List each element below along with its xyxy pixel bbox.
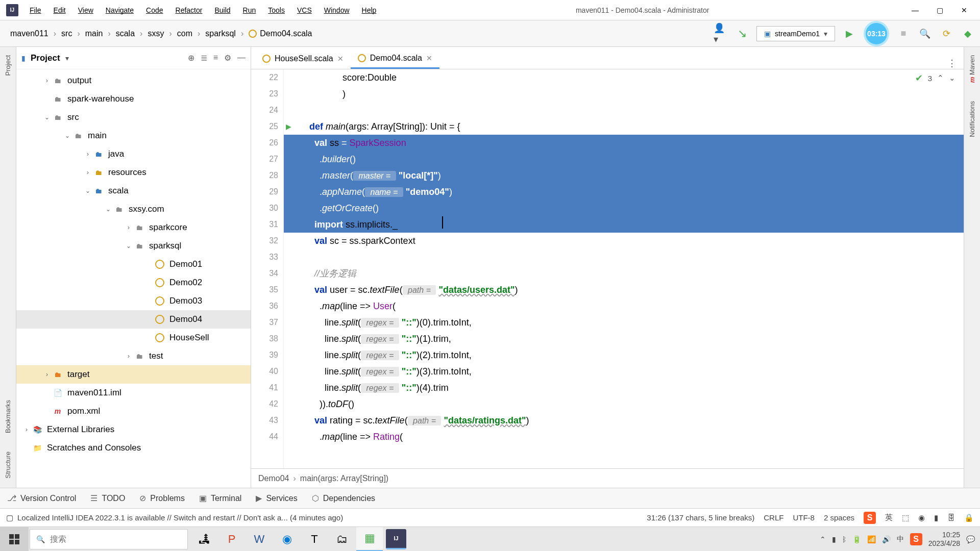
ime-lang[interactable]: 英 xyxy=(885,513,893,522)
version-control-button[interactable]: ⎇Version Control xyxy=(7,493,76,503)
minimize-button[interactable]: — xyxy=(903,2,927,18)
tree-item-external-libraries[interactable]: ›📚External Libraries xyxy=(16,420,251,439)
gutter-line[interactable]: 40 xyxy=(251,363,278,380)
todo-button[interactable]: ☰TODO xyxy=(90,493,125,503)
gutter-line[interactable]: 29 xyxy=(251,184,278,200)
breadcrumb-item[interactable]: sparksql xyxy=(200,27,241,40)
menu-refactor[interactable]: Refactor xyxy=(170,4,208,16)
gutter-line[interactable]: 38 xyxy=(251,331,278,347)
code-line[interactable]: .getOrCreate() xyxy=(284,200,964,216)
breadcrumb-item[interactable]: maven011 xyxy=(5,27,54,40)
tray-sogou-icon[interactable]: S xyxy=(910,533,922,545)
menu-tools[interactable]: Tools xyxy=(263,4,290,16)
tree-item-spark-warehouse[interactable]: 🖿spark-warehouse xyxy=(16,90,251,108)
tree-item-scratches[interactable]: 📁Scratches and Consoles xyxy=(16,439,251,457)
tree-item-sparksql[interactable]: ⌄🖿sparksql xyxy=(16,237,251,255)
code-line[interactable]: val ss = SparkSession xyxy=(284,135,964,151)
code-line[interactable]: ) xyxy=(284,86,964,102)
crumb-item[interactable]: Demo04 xyxy=(258,474,289,483)
run-config-selector[interactable]: ▣ streamDemo1 xyxy=(756,26,835,41)
tree-item-src[interactable]: ⌄🖿src xyxy=(16,108,251,127)
tree-item-housesell[interactable]: HouseSell xyxy=(16,329,251,347)
maven-tool-button[interactable]: m Maven xyxy=(967,51,977,87)
menu-file[interactable]: File xyxy=(24,4,46,16)
status-message[interactable]: Localized IntelliJ IDEA 2022.3.1 is avai… xyxy=(17,513,343,522)
gutter-line[interactable]: 35 xyxy=(251,282,278,298)
code-line[interactable]: .map(line => User( xyxy=(284,298,964,314)
collapse-all-icon[interactable]: ≡ xyxy=(213,53,218,63)
tray-chevron-icon[interactable]: ⌃ xyxy=(820,535,826,543)
search-icon[interactable]: 🔍 xyxy=(918,27,932,41)
gutter-line[interactable]: 30 xyxy=(251,200,278,216)
status-icon[interactable]: ▢ xyxy=(6,513,13,522)
tree-item-sxsy-com[interactable]: ⌄🖿sxsy.com xyxy=(16,200,251,218)
gutter[interactable]: 22232425▶2627282930313233343536373839404… xyxy=(251,69,284,468)
tray-usb-icon[interactable]: ▮ xyxy=(832,535,836,543)
breadcrumb-item[interactable]: src xyxy=(56,27,77,40)
tray-ime[interactable]: 中 xyxy=(897,535,904,544)
taskbar-app-explorer[interactable]: 🗂 xyxy=(329,527,355,552)
maximize-button[interactable]: ▢ xyxy=(928,2,951,18)
code-line[interactable]: line.split( regex = "::")(0).trim.toInt, xyxy=(284,314,964,331)
gutter-line[interactable]: 27 xyxy=(251,151,278,167)
gutter-line[interactable]: 23 xyxy=(251,86,278,102)
dependencies-button[interactable]: ⬡Dependencies xyxy=(312,493,375,503)
code-line[interactable] xyxy=(284,102,964,118)
gutter-line[interactable]: 22 xyxy=(251,69,278,86)
encoding[interactable]: UTF-8 xyxy=(793,513,815,522)
tray-notifications-icon[interactable]: 💬 xyxy=(966,535,975,543)
tray-bluetooth-icon[interactable]: ᛒ xyxy=(842,535,846,543)
tabs-more-button[interactable]: ⋮ xyxy=(940,58,964,69)
gutter-line[interactable]: 43 xyxy=(251,412,278,429)
start-button[interactable] xyxy=(0,527,29,552)
menu-edit[interactable]: Edit xyxy=(48,4,71,16)
caret-position[interactable]: 31:26 (137 chars, 5 line breaks) xyxy=(647,513,754,522)
gutter-line[interactable]: 41 xyxy=(251,380,278,396)
project-tree[interactable]: ›🖿output 🖿spark-warehouse ⌄🖿src ⌄🖿main ›… xyxy=(16,69,251,488)
tree-item-resources[interactable]: ›🖿resources xyxy=(16,163,251,182)
gutter-line[interactable]: 34 xyxy=(251,265,278,282)
select-opened-icon[interactable]: ⊕ xyxy=(188,53,194,63)
tree-item-demo04[interactable]: Demo04 xyxy=(16,310,251,329)
taskbar-app-intellij[interactable]: IJ xyxy=(386,529,406,549)
tray-clock[interactable]: 10:25 2023/4/28 xyxy=(928,531,960,548)
search-input[interactable] xyxy=(50,535,181,544)
status-tray-icon[interactable]: ⬚ xyxy=(902,513,909,522)
gutter-line[interactable]: 37 xyxy=(251,314,278,331)
tree-item-sparkcore[interactable]: ›🖿sparkcore xyxy=(16,218,251,237)
gutter-line[interactable]: 26 xyxy=(251,135,278,151)
breadcrumb-item[interactable]: com xyxy=(172,27,198,40)
taskbar-app-edge[interactable]: ◉ xyxy=(274,527,300,552)
code-line[interactable]: .appName( name = "demo04") xyxy=(284,184,964,200)
gutter-line[interactable]: 25▶ xyxy=(251,118,278,135)
code-line[interactable]: line.split( regex = "::")(4).trim xyxy=(284,380,964,396)
gutter-line[interactable]: 31 xyxy=(251,216,278,233)
code-line[interactable]: def main(args: Array[String]): Unit = { xyxy=(284,118,964,135)
taskbar-app-weather[interactable]: 🏞 xyxy=(191,527,217,552)
timer-badge[interactable]: 03:13 xyxy=(864,21,889,46)
editor[interactable]: ✔ 3 ⌃ ⌄ 22232425▶26272829303132333435363… xyxy=(251,69,964,468)
gutter-line[interactable]: 36 xyxy=(251,298,278,314)
problems-button[interactable]: ⊘Problems xyxy=(139,493,185,503)
run-button[interactable]: ▶ xyxy=(842,27,856,41)
code-line[interactable]: .map(line => Rating( xyxy=(284,429,964,445)
breadcrumb-item[interactable]: Demo04.scala xyxy=(243,27,317,40)
hide-icon[interactable]: — xyxy=(237,53,246,63)
code-line[interactable]: line.split( regex = "::")(1).trim, xyxy=(284,331,964,347)
gutter-line[interactable]: 42 xyxy=(251,396,278,412)
menu-run[interactable]: Run xyxy=(238,4,261,16)
tree-item-pom[interactable]: mpom.xml xyxy=(16,402,251,420)
code-line[interactable] xyxy=(284,249,964,265)
code-line[interactable]: line.split( regex = "::")(2).trim.toInt, xyxy=(284,347,964,363)
code-line[interactable]: val rating = sc.textFile( path = "datas/… xyxy=(284,412,964,429)
code-line[interactable]: )).toDF() xyxy=(284,396,964,412)
gutter-line[interactable]: 32 xyxy=(251,233,278,249)
code-line[interactable]: .master( master = "local[*]") xyxy=(284,167,964,184)
taskbar-app-word[interactable]: W xyxy=(246,527,273,552)
crumb-item[interactable]: main(args: Array[String]) xyxy=(300,474,388,483)
user-icon[interactable]: 👤▾ xyxy=(714,27,728,41)
terminal-button[interactable]: ▣Terminal xyxy=(199,493,241,503)
breadcrumb-item[interactable]: main xyxy=(80,27,108,40)
code-line[interactable]: val sc = ss.sparkContext xyxy=(284,233,964,249)
tab-housesell[interactable]: HouseSell.scala✕ xyxy=(255,48,351,69)
